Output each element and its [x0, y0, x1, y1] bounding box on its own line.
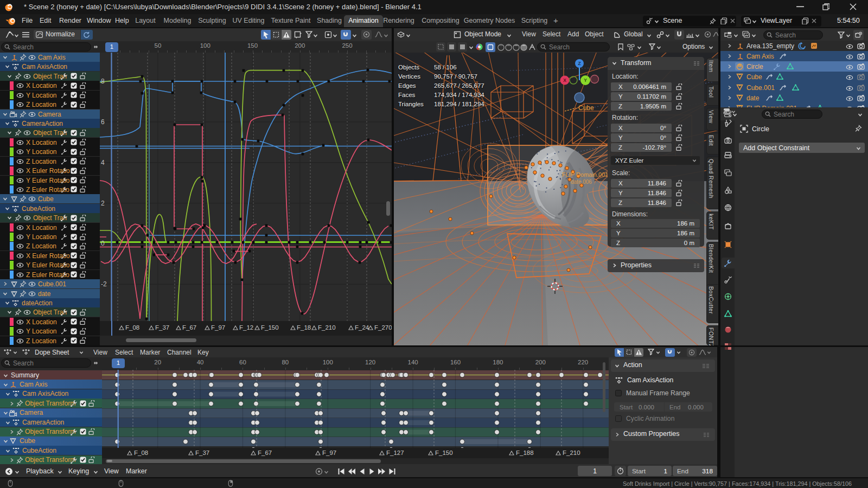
svg-text:Y: Y — [584, 78, 587, 83]
svg-text:2: 2 — [101, 200, 105, 207]
svg-text:-2: -2 — [101, 280, 107, 288]
svg-text:Z: Z — [578, 61, 580, 66]
svg-text:6: 6 — [101, 118, 105, 126]
svg-text:4: 4 — [101, 159, 105, 166]
svg-text:X: X — [563, 78, 566, 83]
svg-text:0: 0 — [101, 240, 105, 247]
svg-text:8: 8 — [101, 78, 105, 85]
